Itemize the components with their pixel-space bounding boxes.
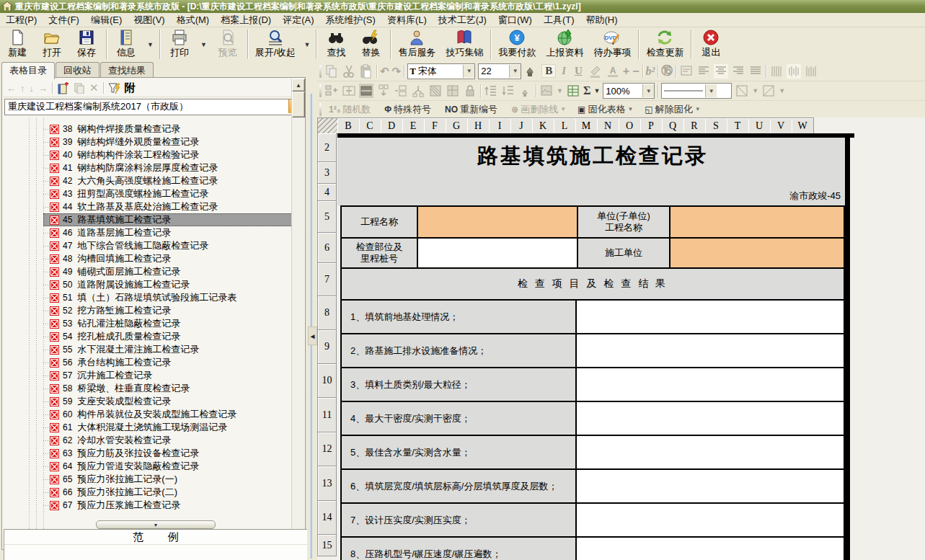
menu-item[interactable]: 工具(T) [538,13,580,27]
tree-item[interactable]: 60 构件吊装就位及安装成型施工检查记录 [43,408,291,421]
replace-button[interactable]: 替换 [353,27,388,61]
column-header[interactable]: G [446,117,468,134]
row-header[interactable]: 5 [317,201,337,233]
menu-item[interactable]: 格式(M) [171,13,216,27]
menu-item[interactable]: 技术工艺(J) [433,13,492,27]
size-combo[interactable]: 22 ▼ [478,63,521,79]
pay-button[interactable]: ¥ 我要付款 [493,27,541,61]
column-header[interactable]: U [748,117,771,134]
tree-item[interactable]: 48 沟槽回填施工检查记录 [43,252,291,265]
menu-item[interactable]: 窗口(W) [492,13,538,27]
sum-dropdown-arrow[interactable]: ▼ [593,87,600,94]
check-item-result-cell[interactable] [577,368,844,401]
exit-button[interactable]: 退出 [694,27,728,61]
row-header[interactable]: 14 [317,501,337,535]
tree-item[interactable]: 41 钢结构防腐涂料涂层厚度检查记录 [43,161,291,174]
menu-item[interactable]: 编辑(E) [85,13,128,27]
row-header[interactable]: 15 [317,535,337,556]
unit-project-input[interactable] [670,207,844,237]
tree-item[interactable]: 44 软土路基及基底处治施工检查记录 [43,200,291,213]
column-header[interactable]: J [510,117,533,134]
tree-item[interactable]: 54 挖孔桩成孔质量检查记录 [43,330,291,343]
tree-item[interactable]: 39 钢结构焊缝外观质量检查记录 [43,135,291,148]
splitter-collapse-button[interactable]: ◄ [308,326,317,345]
insert-table-icon[interactable] [566,84,580,98]
check-item-result-cell[interactable] [577,538,844,560]
expand-dropdown-arrow[interactable]: ▼ [300,27,314,61]
check-item-result-cell[interactable] [577,402,844,435]
tree-item[interactable]: 53 钻孔灌注桩隐蔽检查记录 [43,317,291,330]
column-header[interactable]: E [402,117,425,134]
row-header[interactable]: 6 [317,233,337,263]
column-header[interactable]: O [619,117,641,134]
font-combo-arrow[interactable]: ▼ [463,65,474,78]
left-tab[interactable]: 回收站 [56,62,99,78]
tree-item[interactable]: 57 沉井施工检查记录 [43,369,291,382]
format-tool-button[interactable]: NO 重新编号 [445,103,500,116]
info-button[interactable]: 信息 [109,27,143,61]
zoom-combo[interactable]: 100% ▼ [603,83,655,99]
save-button[interactable]: 保存 [69,27,104,61]
left-tab[interactable]: 查找结果 [100,62,154,78]
tree-scrollbar[interactable]: ▲ ▼ [291,79,304,547]
line-style-arrow[interactable]: ▼ [705,84,717,97]
format-brush-icon[interactable] [524,64,539,79]
menu-item[interactable]: 工程(P) [0,13,43,27]
column-header[interactable]: N [597,117,619,134]
tree-item[interactable]: 59 支座安装成型检查记录 [43,395,291,408]
scroll-thumb[interactable] [292,92,305,117]
tree-item[interactable]: 63 预应力筋及张拉设备检查记录 [43,447,291,460]
column-header[interactable]: C [359,117,381,134]
tree-item[interactable]: 50 道路附属设施施工检查记录 [43,278,291,291]
check-item-result-cell[interactable] [577,436,844,468]
zoom-combo-arrow[interactable]: ▼ [642,84,654,97]
catalog-combo[interactable]: 重庆建设工程档案编制系统2017（市政版） ▼ [4,99,303,115]
column-header[interactable]: Q [662,117,684,134]
menu-item[interactable]: 档案上报(D) [215,13,277,27]
expand-collapse-button[interactable]: 展开/收起 [250,27,301,61]
tree-item[interactable]: 43 扭剪型高强度螺栓施工检查记录 [43,187,291,200]
tree-item[interactable]: 62 冷却水管安装检查记录 [43,434,291,447]
update-button[interactable]: 检查更新 [641,27,689,61]
column-header[interactable]: M [575,117,598,134]
column-header[interactable]: D [381,117,403,134]
tree-item[interactable]: 38 钢构件焊接质量检查记录 [43,123,291,135]
tree-item[interactable]: 45 路基填筑施工检查记录 [43,213,291,226]
menu-item[interactable]: 评定(A) [277,13,319,27]
construct-unit-input[interactable] [670,239,844,267]
tree-item[interactable]: 51 填（土）石路堤填筑试验段施工记录表 [43,291,291,304]
format-tool-button[interactable]: Φ 特殊符号 [384,103,433,116]
column-header[interactable]: W [792,117,814,134]
row-header[interactable]: 12 [317,432,337,466]
column-header[interactable]: B [337,117,360,134]
panel-splitter[interactable]: ◄ [307,61,317,560]
left-tab[interactable]: 表格目录 [1,62,55,79]
format-tool-button[interactable]: ◱ 解除固化 ▼ [645,103,700,116]
print-dropdown-arrow[interactable]: ▼ [197,27,211,61]
sum-button[interactable]: Σ [583,84,590,97]
tree-item[interactable]: 40 钢结构构件涂装工程检验记录 [43,148,291,161]
tree-item[interactable]: 49 铺砌式面层施工检查记录 [43,265,291,278]
tips-button[interactable]: 技巧集锦 [441,27,488,61]
tree-item[interactable]: 55 水下混凝土灌注施工检查记录 [43,343,291,356]
row-header[interactable]: 2 [317,133,337,162]
bold-button[interactable]: B [541,64,556,78]
column-header[interactable]: K [532,117,554,134]
format-tool-button[interactable]: ⊕ 画删除线 ▼ [511,103,566,116]
column-header[interactable]: F [424,117,446,134]
tree-item[interactable]: 64 预应力管道安装隐蔽检查记录 [43,460,291,473]
open-button[interactable]: 打开 [35,27,69,61]
sheet-corner-cell[interactable] [317,117,338,134]
row-header[interactable]: 11 [317,398,337,432]
attach-label[interactable]: 附 [125,81,136,95]
format-tool-button[interactable]: ▣ 固化表格 ▼ [577,103,633,116]
menu-item[interactable]: 资料库(L) [381,13,433,27]
tree-item[interactable]: 61 大体积混凝土浇筑施工现场测温记录 [43,421,291,434]
tree-item[interactable]: 58 桥梁墩、柱垂直度检查记录 [43,382,291,395]
check-item-result-cell[interactable] [577,301,844,333]
add-form-icon[interactable] [57,82,69,94]
menu-item[interactable]: 视图(V) [128,13,170,27]
column-header[interactable]: S [705,117,727,134]
tree-item[interactable]: 42 大六角头高强度螺栓施工检查记录 [43,174,291,187]
size-combo-arrow[interactable]: ▼ [509,65,521,78]
